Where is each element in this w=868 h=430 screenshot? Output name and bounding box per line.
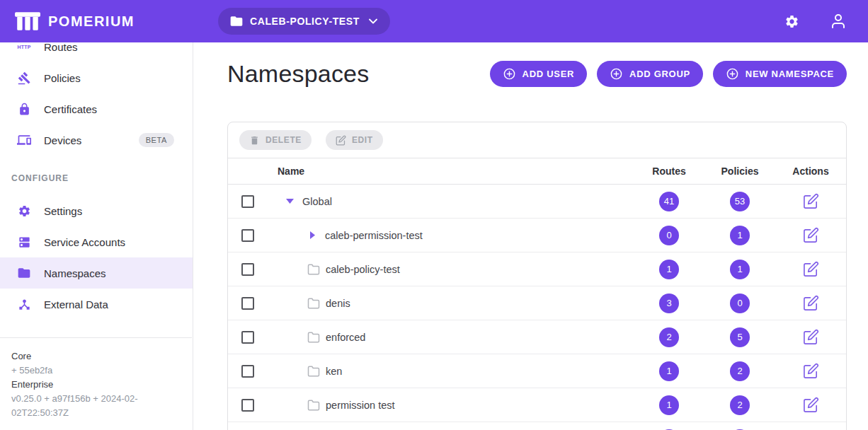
table-header-row: Name Routes Policies Actions	[228, 158, 846, 185]
table-row[interactable]: ken 1 2	[228, 354, 846, 388]
devices-icon	[17, 133, 31, 147]
policies-count-badge[interactable]: 0	[730, 294, 750, 313]
gavel-icon	[17, 71, 31, 85]
routes-count-badge[interactable]: 1	[659, 361, 679, 381]
sidebar-item-namespaces[interactable]: Namespaces	[0, 257, 193, 289]
core-label: Core	[11, 349, 181, 364]
sidebar-item-external-data[interactable]: External Data	[0, 289, 193, 320]
brand: POMERIUM	[14, 10, 135, 33]
namespaces-table-card: DELETE EDIT Name Routes Policies Actions	[227, 122, 847, 430]
sidebar-item-label: Policies	[44, 72, 81, 84]
trash-icon	[249, 135, 260, 146]
edit-row-icon[interactable]	[803, 261, 819, 277]
add-group-button[interactable]: ADD GROUP	[597, 61, 703, 87]
new-namespace-button[interactable]: NEW NAMESPACE	[713, 61, 847, 87]
row-checkbox[interactable]	[241, 263, 254, 276]
edit-row-icon[interactable]	[803, 193, 819, 209]
gear-icon	[17, 204, 31, 218]
folder-icon	[307, 297, 320, 310]
version-info: Core + 55eb2fa Enterprise v0.25.0 + a97f…	[0, 337, 192, 420]
edit-row-icon[interactable]	[803, 227, 819, 243]
settings-gear-icon[interactable]	[783, 13, 800, 30]
routes-count-badge[interactable]: 1	[659, 395, 679, 415]
beta-badge: BETA	[139, 133, 174, 147]
row-checkbox[interactable]	[241, 399, 254, 412]
folder-icon	[229, 14, 244, 28]
edit-row-icon[interactable]	[803, 397, 819, 413]
button-label: EDIT	[352, 135, 373, 145]
namespace-name[interactable]: denis	[326, 298, 350, 309]
namespace-name[interactable]: ken	[326, 366, 342, 377]
hub-icon	[17, 297, 31, 311]
table-row[interactable]: denis 3 0	[228, 286, 846, 320]
policies-count-badge[interactable]: 1	[730, 226, 750, 245]
folder-icon	[307, 365, 320, 378]
button-label: DELETE	[265, 135, 302, 145]
routes-count-badge[interactable]: 2	[659, 327, 679, 347]
edit-button[interactable]: EDIT	[326, 130, 383, 150]
row-checkbox[interactable]	[241, 297, 254, 310]
table-row[interactable]: caleb-policy-test 1 1	[228, 252, 846, 286]
http-icon: HTTP	[17, 42, 31, 54]
row-checkbox[interactable]	[241, 229, 254, 242]
edit-row-icon[interactable]	[803, 295, 819, 311]
namespace-name[interactable]: permission test	[326, 400, 395, 411]
folder-icon	[307, 331, 320, 344]
sidebar-item-label: Settings	[44, 205, 82, 217]
folder-icon	[307, 399, 320, 412]
table-row[interactable]: Global 41 53	[228, 185, 846, 219]
namespace-name[interactable]: caleb-permission-test	[325, 230, 423, 241]
policies-count-badge[interactable]: 5	[730, 327, 750, 347]
column-header-name: Name	[268, 165, 634, 177]
button-label: ADD GROUP	[629, 69, 690, 79]
top-app-bar: POMERIUM CALEB-POLICY-TEST	[0, 0, 868, 42]
sidebar-item-label: Service Accounts	[44, 236, 125, 248]
namespace-name[interactable]: Global	[302, 196, 332, 207]
row-checkbox[interactable]	[241, 195, 254, 208]
namespace-selector[interactable]: CALEB-POLICY-TEST	[218, 8, 390, 35]
namespace-name[interactable]: caleb-policy-test	[326, 264, 400, 275]
sidebar: HTTP Routes Policies Certificates Device…	[0, 42, 193, 430]
policies-count-badge[interactable]: 1	[730, 260, 750, 279]
sidebar-item-policies[interactable]: Policies	[0, 62, 193, 93]
folder-icon	[307, 263, 320, 276]
plus-circle-icon	[610, 67, 623, 81]
table-row[interactable]: enforced 2 5	[228, 320, 846, 354]
policies-count-badge[interactable]: 53	[730, 192, 750, 211]
sidebar-item-routes[interactable]: HTTP Routes	[0, 42, 193, 62]
table-row[interactable]: caleb-permission-test 0 1	[228, 219, 846, 252]
routes-count-badge[interactable]: 3	[659, 294, 679, 313]
sidebar-item-label: Devices	[44, 134, 81, 146]
sidebar-item-devices[interactable]: Devices BETA	[0, 124, 193, 156]
sidebar-item-label: Certificates	[44, 103, 97, 115]
folder-icon	[17, 266, 31, 280]
policies-count-badge[interactable]: 2	[730, 361, 750, 381]
routes-count-badge[interactable]: 1	[659, 260, 679, 279]
expand-arrow-icon[interactable]	[310, 231, 315, 239]
sidebar-item-settings[interactable]: Settings	[0, 195, 193, 226]
sidebar-item-label: External Data	[44, 298, 108, 310]
edit-row-icon[interactable]	[803, 329, 819, 345]
chevron-down-icon	[366, 14, 380, 28]
row-checkbox[interactable]	[241, 331, 254, 344]
add-user-button[interactable]: ADD USER	[490, 61, 588, 87]
routes-count-badge[interactable]: 0	[659, 226, 679, 245]
policies-count-badge[interactable]: 2	[730, 395, 750, 415]
button-label: ADD USER	[522, 69, 575, 79]
page-title: Namespaces	[227, 59, 369, 88]
table-row[interactable]: permission test 1 2	[228, 388, 846, 422]
collapse-arrow-icon[interactable]	[286, 199, 294, 204]
plus-circle-icon	[726, 67, 739, 81]
column-header-actions: Actions	[775, 165, 846, 177]
edit-row-icon[interactable]	[803, 363, 819, 379]
sidebar-item-certificates[interactable]: Certificates	[0, 93, 193, 124]
sidebar-item-service-accounts[interactable]: Service Accounts	[0, 226, 193, 257]
delete-button[interactable]: DELETE	[239, 130, 312, 150]
namespace-name[interactable]: enforced	[326, 332, 365, 343]
table-row[interactable]: Sales Team	[228, 422, 846, 430]
user-account-icon[interactable]	[830, 13, 847, 30]
namespace-selector-label: CALEB-POLICY-TEST	[250, 16, 360, 27]
routes-count-badge[interactable]: 41	[659, 192, 679, 211]
enterprise-version: v0.25.0 + a97f156b + 2024-02-02T22:50:37…	[11, 392, 164, 420]
row-checkbox[interactable]	[241, 365, 254, 378]
